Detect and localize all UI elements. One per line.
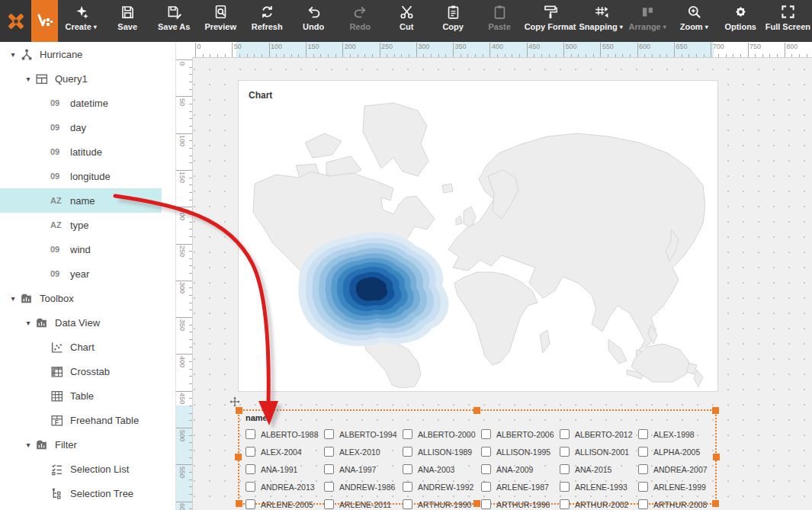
sidebar-item-wind[interactable]: 09wind bbox=[0, 237, 162, 261]
checkbox-unchecked-icon[interactable] bbox=[638, 464, 648, 474]
resize-handle-top-right[interactable] bbox=[712, 407, 719, 414]
filter-option-ana-2003[interactable]: ANA-2003 bbox=[403, 464, 481, 474]
filter-option-arlene-1993[interactable]: ARLENE-1993 bbox=[560, 482, 638, 492]
sidebar-item-selection-tree[interactable]: Selection Tree bbox=[0, 481, 162, 505]
sidebar-item-crosstab[interactable]: Crosstab bbox=[0, 359, 162, 383]
preview-button[interactable]: Preview bbox=[197, 0, 244, 42]
checkbox-unchecked-icon[interactable] bbox=[560, 447, 570, 457]
chart-element[interactable]: Chart bbox=[238, 80, 718, 392]
filter-option-allison-1995[interactable]: ALLISON-1995 bbox=[481, 447, 560, 457]
sidebar-item-table[interactable]: Table bbox=[0, 383, 162, 408]
resize-handle-middle-left[interactable] bbox=[235, 454, 242, 460]
filter-option-ana-1991[interactable]: ANA-1991 bbox=[246, 464, 324, 474]
filter-option-andrew-1992[interactable]: ANDREW-1992 bbox=[403, 482, 481, 492]
filter-option-alberto-1994[interactable]: ALBERTO-1994 bbox=[324, 429, 403, 439]
checkbox-unchecked-icon[interactable] bbox=[638, 447, 648, 457]
filter-option-alberto-2006[interactable]: ALBERTO-2006 bbox=[481, 429, 560, 439]
tree-expand-caret-icon[interactable]: ▾ bbox=[21, 319, 35, 327]
checkbox-unchecked-icon[interactable] bbox=[560, 482, 570, 492]
filter-option-alex-2004[interactable]: ALEX-2004 bbox=[246, 447, 324, 457]
checkbox-unchecked-icon[interactable] bbox=[481, 464, 491, 474]
sidebar-item-query1[interactable]: ▾Query1 bbox=[0, 66, 162, 91]
filter-option-alpha-2005[interactable]: ALPHA-2005 bbox=[638, 447, 717, 457]
sidebar-item-year[interactable]: 09year bbox=[0, 261, 162, 286]
tree-expand-caret-icon[interactable]: ▾ bbox=[21, 441, 35, 449]
checkbox-unchecked-icon[interactable] bbox=[324, 499, 334, 509]
checkbox-unchecked-icon[interactable] bbox=[481, 482, 491, 492]
sidebar-item-datetime[interactable]: 09datetime bbox=[0, 91, 162, 115]
tree-expand-caret-icon[interactable]: ▾ bbox=[6, 294, 20, 303]
full-screen-button[interactable]: Full Screen bbox=[764, 0, 812, 42]
sidebar-item-longitude[interactable]: 09longitude bbox=[0, 164, 162, 188]
filter-option-andrea-2013[interactable]: ANDREA-2013 bbox=[246, 482, 324, 492]
filter-option-alex-2010[interactable]: ALEX-2010 bbox=[324, 447, 403, 457]
filter-option-allison-2001[interactable]: ALLISON-2001 bbox=[560, 447, 638, 457]
checkbox-unchecked-icon[interactable] bbox=[481, 499, 491, 509]
checkbox-unchecked-icon[interactable] bbox=[403, 429, 412, 439]
checkbox-unchecked-icon[interactable] bbox=[638, 429, 648, 439]
filter-option-ana-1997[interactable]: ANA-1997 bbox=[324, 464, 403, 474]
copy-button[interactable]: Copy bbox=[430, 0, 477, 42]
filter-option-arthur-1990[interactable]: ARTHUR-1990 bbox=[403, 499, 481, 509]
checkbox-unchecked-icon[interactable] bbox=[560, 499, 570, 509]
dashboard-designer-tab[interactable] bbox=[31, 0, 57, 42]
resize-handle-top-middle[interactable] bbox=[473, 407, 480, 414]
checkbox-unchecked-icon[interactable] bbox=[560, 464, 570, 474]
checkbox-unchecked-icon[interactable] bbox=[324, 482, 334, 492]
filter-option-arlene-2011[interactable]: ARLENE-2011 bbox=[324, 499, 403, 509]
checkbox-unchecked-icon[interactable] bbox=[246, 447, 255, 457]
filter-option-alberto-1988[interactable]: ALBERTO-1988 bbox=[246, 429, 324, 439]
checkbox-unchecked-icon[interactable] bbox=[403, 499, 412, 509]
name-filter-element[interactable]: name ALBERTO-1988ALBERTO-1994ALBERTO-200… bbox=[238, 409, 717, 505]
sidebar-item-freehand-table[interactable]: FFreehand Table bbox=[0, 408, 162, 432]
resize-handle-bottom-right[interactable] bbox=[712, 500, 719, 507]
refresh-button[interactable]: Refresh bbox=[244, 0, 290, 42]
checkbox-unchecked-icon[interactable] bbox=[481, 429, 491, 439]
resize-handle-bottom-left[interactable] bbox=[236, 500, 242, 507]
filter-option-andrea-2007[interactable]: ANDREA-2007 bbox=[638, 464, 717, 474]
checkbox-unchecked-icon[interactable] bbox=[324, 464, 334, 474]
checkbox-unchecked-icon[interactable] bbox=[638, 482, 648, 492]
filter-option-arlene-1999[interactable]: ARLENE-1999 bbox=[638, 482, 717, 492]
checkbox-unchecked-icon[interactable] bbox=[246, 499, 255, 509]
sidebar-item-filter[interactable]: ▾Filter bbox=[0, 432, 162, 457]
undo-button[interactable]: Undo bbox=[290, 0, 337, 42]
tree-expand-caret-icon[interactable]: ▾ bbox=[6, 50, 20, 59]
checkbox-unchecked-icon[interactable] bbox=[324, 429, 334, 439]
snapping-button[interactable]: Snapping ▾ bbox=[578, 0, 624, 42]
resize-handle-top-left[interactable] bbox=[236, 407, 242, 414]
checkbox-unchecked-icon[interactable] bbox=[403, 464, 412, 474]
options-button[interactable]: Options bbox=[717, 0, 764, 42]
checkbox-unchecked-icon[interactable] bbox=[481, 447, 491, 457]
filter-option-alberto-2012[interactable]: ALBERTO-2012 bbox=[560, 429, 638, 439]
checkbox-unchecked-icon[interactable] bbox=[324, 447, 334, 457]
copy-format-button[interactable]: Copy Format bbox=[523, 0, 578, 42]
filter-option-ana-2009[interactable]: ANA-2009 bbox=[481, 464, 560, 474]
checkbox-unchecked-icon[interactable] bbox=[246, 429, 255, 439]
filter-option-arthur-1996[interactable]: ARTHUR-1996 bbox=[481, 499, 560, 509]
filter-option-ana-2015[interactable]: ANA-2015 bbox=[560, 464, 638, 474]
sidebar-item-day[interactable]: 09day bbox=[0, 115, 162, 140]
zoom-button[interactable]: Zoom ▾ bbox=[671, 0, 717, 42]
checkbox-unchecked-icon[interactable] bbox=[403, 482, 412, 492]
sidebar-item-latitude[interactable]: 09latitude bbox=[0, 140, 162, 164]
filter-option-arlene-1987[interactable]: ARLENE-1987 bbox=[481, 482, 560, 492]
sidebar-item-chart[interactable]: Chart bbox=[0, 335, 162, 359]
sidebar-item-selection-list[interactable]: Selection List bbox=[0, 457, 162, 481]
checkbox-unchecked-icon[interactable] bbox=[246, 464, 255, 474]
cut-button[interactable]: Cut bbox=[384, 0, 430, 42]
design-canvas[interactable]: Chart bbox=[192, 57, 812, 510]
filter-option-allison-1989[interactable]: ALLISON-1989 bbox=[403, 447, 481, 457]
save-as-button[interactable]: Save As bbox=[151, 0, 197, 42]
sidebar-item-data-view[interactable]: ▾Data View bbox=[0, 310, 162, 335]
filter-option-arthur-2008[interactable]: ARTHUR-2008 bbox=[638, 499, 717, 509]
sidebar-item-name[interactable]: AZname bbox=[0, 188, 162, 213]
checkbox-unchecked-icon[interactable] bbox=[246, 482, 255, 492]
save-button[interactable]: Save bbox=[104, 0, 151, 42]
resize-handle-middle-right[interactable] bbox=[713, 454, 720, 460]
sidebar-item-type[interactable]: AZtype bbox=[0, 213, 162, 237]
sidebar-item-toolbox[interactable]: ▾Toolbox bbox=[0, 286, 162, 310]
filter-option-arlene-2005[interactable]: ARLENE-2005 bbox=[246, 499, 324, 509]
checkbox-unchecked-icon[interactable] bbox=[560, 429, 570, 439]
checkbox-unchecked-icon[interactable] bbox=[638, 499, 648, 509]
